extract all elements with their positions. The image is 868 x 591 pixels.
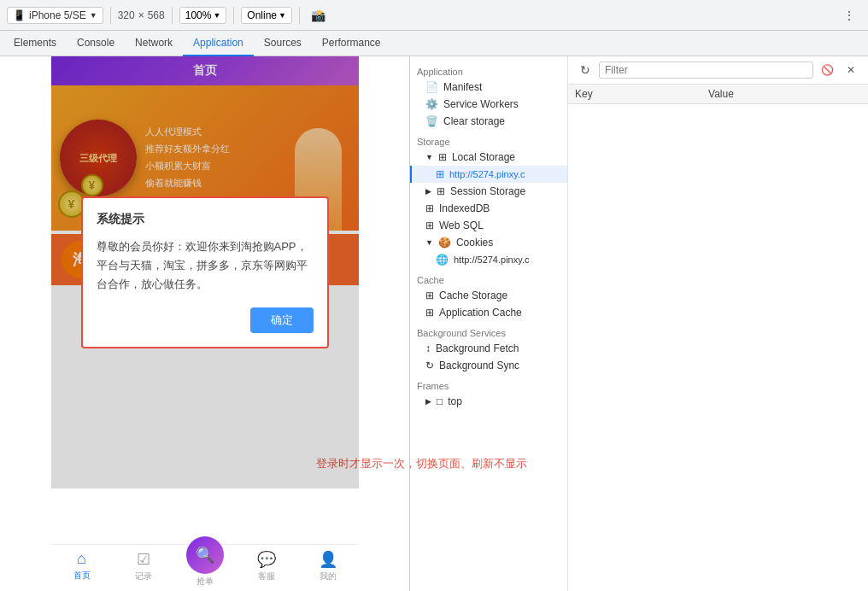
cookies-url-icon: 🌐 (436, 254, 449, 266)
sidebar-item-background-sync[interactable]: ↻ Background Sync (410, 357, 567, 374)
indexeddb-icon: ⊞ (425, 202, 434, 214)
nav-label-mine: 我的 (320, 571, 337, 582)
sidebar-item-indexeddb[interactable]: ⊞ IndexedDB (410, 200, 567, 217)
application-cache-icon: ⊞ (425, 307, 434, 319)
nav-item-mine[interactable]: 👤 我的 (297, 550, 359, 588)
devtools-panel: Application 📄 Manifest ⚙️ Service Worker… (410, 56, 868, 591)
more-menu-button[interactable]: ⋮ (837, 5, 861, 26)
sidebar-item-clear-storage[interactable]: 🗑️ Clear storage (410, 113, 567, 130)
col-key: Key (568, 85, 701, 104)
refresh-icon: ↻ (580, 63, 590, 77)
separator-1 (110, 7, 111, 24)
zoom-value: 100% (185, 9, 212, 21)
dialog-btn-row: 确定 (97, 307, 314, 333)
sidebar-section-storage: Storage (410, 130, 567, 149)
dialog-box: 系统提示 尊敬的会员你好：欢迎你来到淘抢购APP，平台与天猫，淘宝，拼多多，京东… (81, 196, 329, 348)
sidebar-item-manifest[interactable]: 📄 Manifest (410, 79, 567, 96)
filter-input[interactable] (599, 61, 813, 79)
sidebar-section-cache: Cache (410, 268, 567, 287)
tab-network[interactable]: Network (125, 31, 183, 56)
dialog-confirm-button[interactable]: 确定 (250, 307, 314, 333)
tab-performance[interactable]: Performance (312, 31, 391, 56)
top-toolbar: 📱 iPhone 5/SE ▼ 320 × 568 100% ▼ Online … (0, 0, 868, 31)
sidebar-item-cookies[interactable]: ▼ 🍪 Cookies (410, 234, 567, 251)
viewport-x: × (138, 9, 144, 21)
device-selector[interactable]: 📱 iPhone 5/SE ▼ (7, 7, 103, 24)
sidebar-section-frames: Frames (410, 374, 567, 393)
cache-storage-icon: ⊞ (425, 290, 434, 301)
grab-button[interactable]: 🔍 (186, 536, 224, 574)
nav-label-record: 记录 (135, 571, 152, 582)
devtools-tabs: Elements Console Network Application Sou… (0, 31, 868, 56)
tab-sources[interactable]: Sources (254, 31, 312, 56)
bottom-nav: ⌂ 首页 ☑ 记录 🔍 抢单 💬 客服 👤 (51, 544, 359, 591)
sidebar-item-service-workers[interactable]: ⚙️ Service Workers (410, 96, 567, 113)
sidebar-item-local-storage[interactable]: ▼ ⊞ Local Storage (410, 149, 567, 166)
separator-2 (172, 7, 173, 24)
nav-label-grab: 抢单 (196, 576, 214, 588)
record-icon: ☑ (137, 550, 150, 569)
phone-preview-pane: 首页 三级代理 人人代理模式 推荐好友额外拿分红 小额积累大财富 偷着就能赚钱 … (0, 56, 410, 591)
table-header-row: Key Value (568, 85, 868, 104)
nav-item-record[interactable]: ☑ 记录 (113, 550, 174, 588)
nav-label-service: 客服 (258, 571, 275, 582)
mine-icon: 👤 (319, 550, 337, 569)
network-selector[interactable]: Online ▼ (241, 7, 292, 24)
viewport-height: 568 (148, 9, 165, 21)
session-storage-toggle: ▶ (425, 187, 431, 196)
devtools-content: ↻ 🚫 ✕ Key Value (568, 56, 868, 591)
nav-item-home[interactable]: ⌂ 首页 (51, 550, 113, 588)
service-workers-icon: ⚙️ (425, 98, 438, 110)
local-storage-toggle: ▼ (425, 153, 433, 161)
main-layout: 首页 三级代理 人人代理模式 推荐好友额外拿分红 小额积累大财富 偷着就能赚钱 … (0, 56, 868, 591)
cookies-icon: 🍪 (438, 237, 451, 249)
network-arrow: ▼ (279, 11, 286, 20)
session-storage-icon: ⊞ (437, 185, 445, 197)
service-icon: 💬 (257, 550, 276, 569)
separator-3 (233, 7, 234, 24)
dialog-body: 尊敬的会员你好：欢迎你来到淘抢购APP，平台与天猫，淘宝，拼多多，京东等网购平台… (97, 237, 314, 294)
phone-frame: 首页 三级代理 人人代理模式 推荐好友额外拿分红 小额积累大财富 偷着就能赚钱 … (51, 56, 359, 591)
sidebar-item-web-sql[interactable]: ⊞ Web SQL (410, 217, 567, 234)
close-filter-button[interactable]: ✕ (841, 60, 861, 80)
table-header: Key Value (568, 85, 868, 104)
tab-application[interactable]: Application (183, 31, 254, 56)
background-fetch-icon: ↕ (425, 342, 431, 354)
dialog-title: 系统提示 (97, 212, 314, 227)
sidebar-item-local-storage-url[interactable]: ⊞ http://5274.pinxy.c (410, 166, 567, 183)
storage-table: Key Value (568, 85, 868, 104)
device-icon: 📱 (13, 9, 26, 21)
block-icon[interactable]: 🚫 (817, 60, 837, 80)
zoom-arrow: ▼ (213, 11, 220, 20)
zoom-selector[interactable]: 100% ▼ (179, 7, 227, 24)
device-name: iPhone 5/SE (29, 9, 86, 21)
nav-label-home: 首页 (73, 570, 91, 582)
kv-table: Key Value (568, 85, 868, 591)
sidebar-item-cookies-url[interactable]: 🌐 http://5274.pinxy.c (410, 251, 567, 268)
devtools-sidebar: Application 📄 Manifest ⚙️ Service Worker… (410, 56, 568, 591)
nav-item-service[interactable]: 💬 客服 (236, 550, 297, 588)
sidebar-section-application: Application (410, 60, 567, 79)
sidebar-item-session-storage[interactable]: ▶ ⊞ Session Storage (410, 183, 567, 200)
separator-4 (299, 7, 300, 24)
tab-console[interactable]: Console (67, 31, 125, 56)
network-status: Online (247, 9, 277, 21)
viewport-width: 320 (118, 9, 135, 21)
cookies-toggle: ▼ (425, 238, 433, 247)
sidebar-item-application-cache[interactable]: ⊞ Application Cache (410, 304, 567, 321)
web-sql-icon: ⊞ (425, 219, 434, 231)
sidebar-item-cache-storage[interactable]: ⊞ Cache Storage (410, 287, 567, 304)
dialog-overlay: 系统提示 尊敬的会员你好：欢迎你来到淘抢购APP，平台与天猫，淘宝，拼多多，京东… (51, 56, 359, 489)
tab-elements[interactable]: Elements (3, 31, 67, 56)
sidebar-item-background-fetch[interactable]: ↕ Background Fetch (410, 340, 567, 357)
background-sync-icon: ↻ (425, 360, 434, 372)
frames-toggle: ▶ (425, 397, 431, 406)
content-toolbar: ↻ 🚫 ✕ (568, 56, 868, 85)
sidebar-item-frames-top[interactable]: ▶ □ top (410, 393, 567, 410)
nav-item-grab[interactable]: 🔍 抢单 (174, 550, 236, 588)
home-icon: ⌂ (77, 550, 86, 568)
refresh-button[interactable]: ↻ (575, 60, 595, 80)
device-arrow: ▼ (90, 11, 97, 20)
frames-icon: □ (437, 395, 443, 407)
capture-screenshot-button[interactable]: 📸 (307, 5, 331, 26)
